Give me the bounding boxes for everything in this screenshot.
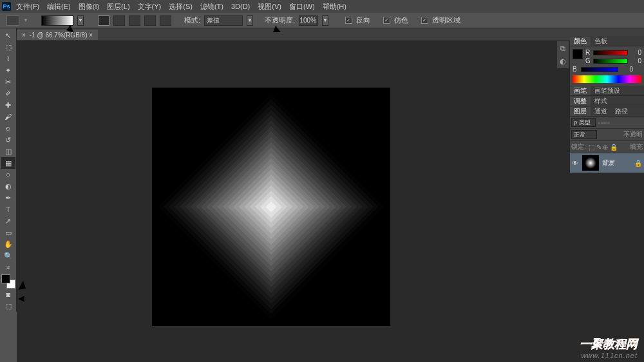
lock-icon: 🔒 [634, 160, 642, 167]
spectrum-ramp[interactable] [573, 75, 641, 83]
gradient-diamond[interactable] [160, 15, 171, 26]
path-tool[interactable]: ↗ [1, 215, 15, 227]
menu-type[interactable]: 文字(Y) [138, 2, 162, 12]
crop-tool[interactable]: ✂ [1, 76, 15, 88]
annotation-arrow-1 [61, 21, 119, 92]
eraser-tool[interactable]: ◫ [1, 146, 15, 157]
svg-marker-3 [273, 26, 281, 32]
svg-line-4 [18, 252, 86, 290]
layer-blend-select[interactable]: 正常 [571, 130, 597, 139]
foreground-color[interactable] [1, 274, 10, 283]
annotation-arrow-2 [272, 23, 323, 94]
annotation-arrow-4 [14, 294, 72, 304]
reverse-label: 反向 [356, 15, 370, 25]
paths-tab[interactable]: 路径 [611, 107, 632, 116]
r-label: R [585, 49, 591, 56]
layer-row-bg[interactable]: 👁 背景 🔒 [570, 153, 644, 173]
layer-kind-filter[interactable]: ρ 类型 [571, 118, 596, 127]
color-panel-header: 颜色 色板 [570, 36, 644, 46]
menu-bar: Ps 文件(F) 编辑(E) 图像(I) 图层(L) 文字(Y) 选择(S) 滤… [0, 0, 644, 13]
brush-tool[interactable]: 🖌 [1, 111, 15, 122]
mode-label: 模式: [184, 15, 200, 25]
color-tab[interactable]: 颜色 [570, 37, 591, 46]
move-tool[interactable]: ↖ [1, 30, 15, 41]
visibility-icon[interactable]: 👁 [572, 160, 580, 167]
layers-tab[interactable]: 图层 [570, 107, 591, 116]
b-slider[interactable] [581, 67, 618, 72]
reverse-checkbox[interactable] [345, 17, 352, 24]
g-label: G [585, 57, 591, 64]
fill-label: 填充 [630, 142, 643, 151]
svg-marker-5 [18, 281, 26, 290]
menu-help[interactable]: 帮助(H) [323, 2, 346, 12]
menu-window[interactable]: 窗口(W) [289, 2, 315, 12]
watermark-title: 一聚教程网 [580, 338, 638, 350]
menu-file[interactable]: 文件(F) [16, 2, 39, 12]
blend-mode-select[interactable]: 差值 [204, 15, 243, 26]
brush-tab[interactable]: 画笔 [570, 86, 591, 95]
styles-tab[interactable]: 样式 [591, 97, 611, 106]
layer-opacity-label: 不透明 [623, 130, 643, 139]
blend-mode-arrow[interactable]: ▼ [247, 15, 253, 26]
transparency-label: 透明区域 [432, 15, 460, 25]
layers-panel-body: ρ 类型 ▫▫▫▫▫ 正常 不透明 锁定: ⬚ ✎ ⊕ 🔒 填充 👁 背景 🔒 [570, 117, 644, 173]
g-slider[interactable] [593, 59, 627, 64]
color-mini-swatch[interactable] [573, 49, 583, 59]
b-label: B [573, 66, 579, 73]
swatches-tab[interactable]: 色板 [591, 37, 611, 46]
hand-tool[interactable]: ✋ [1, 238, 15, 250]
channels-tab[interactable]: 通道 [591, 107, 611, 116]
dither-label: 仿色 [394, 15, 408, 25]
gradient-reflected[interactable] [144, 15, 156, 26]
type-tool[interactable]: T [1, 204, 15, 215]
properties-panel-icon[interactable]: ◐ [558, 55, 567, 67]
canvas[interactable] [152, 88, 390, 326]
layer-name[interactable]: 背景 [601, 158, 614, 167]
right-panels: 颜色 色板 R0 G0 B0 画笔 画笔预设 调整 样式 图层 通道 路径 ρ … [570, 36, 644, 173]
gradient-tool[interactable]: ▦ [1, 157, 15, 169]
svg-marker-1 [66, 25, 74, 33]
brush-panel-header: 画笔 画笔预设 [570, 86, 644, 96]
r-value[interactable]: 0 [630, 49, 641, 56]
dodge-tool[interactable]: ◐ [1, 180, 15, 192]
brush-presets-tab[interactable]: 画笔预设 [591, 86, 624, 95]
lasso-tool[interactable]: ⌇ [1, 53, 15, 64]
stamp-tool[interactable]: ⎌ [1, 122, 15, 134]
gradient-angle[interactable] [129, 15, 140, 26]
transparency-checkbox[interactable] [421, 17, 428, 24]
r-slider[interactable] [593, 50, 627, 55]
g-value[interactable]: 0 [630, 57, 641, 64]
history-panel-icon[interactable]: ⧉ [558, 43, 567, 54]
wand-tool[interactable]: ✦ [1, 64, 15, 76]
menu-3d[interactable]: 3D(D) [231, 3, 250, 10]
history-brush-tool[interactable]: ↺ [1, 134, 15, 146]
heal-tool[interactable]: ✚ [1, 99, 15, 111]
layer-thumbnail[interactable] [582, 155, 599, 171]
watermark-url: www.111cn.net [580, 352, 638, 359]
svg-line-2 [276, 26, 319, 91]
adjust-tab[interactable]: 调整 [570, 97, 591, 106]
menu-image[interactable]: 图像(I) [79, 2, 99, 12]
tool-preset-picker[interactable] [6, 15, 19, 26]
annotation-arrow-3 [12, 250, 89, 295]
svg-marker-7 [18, 296, 24, 302]
layers-panel-header: 图层 通道 路径 [570, 106, 644, 117]
screenmode-tool[interactable]: ⬚ [1, 300, 15, 312]
panel-strip: ⧉ ◐ [557, 41, 569, 68]
b-value[interactable]: 0 [620, 66, 633, 73]
watermark: 一聚教程网 www.111cn.net [580, 336, 638, 359]
menu-filter[interactable]: 滤镜(T) [200, 2, 223, 12]
blur-tool[interactable]: ○ [1, 169, 15, 180]
dither-checkbox[interactable] [383, 17, 390, 24]
menu-view[interactable]: 视图(V) [258, 2, 281, 12]
shape-tool[interactable]: ▭ [1, 227, 15, 238]
menu-edit[interactable]: 编辑(E) [47, 2, 71, 12]
pen-tool[interactable]: ✒ [1, 192, 15, 204]
menu-layer[interactable]: 图层(L) [107, 2, 129, 12]
marquee-tool[interactable]: ⬚ [1, 41, 15, 53]
eyedropper-tool[interactable]: ✐ [1, 88, 15, 99]
menu-select[interactable]: 选择(S) [169, 2, 193, 12]
adjust-panel-header: 调整 样式 [570, 96, 644, 106]
lock-label: 锁定: [571, 142, 586, 151]
color-panel: R0 G0 B0 [570, 46, 644, 86]
